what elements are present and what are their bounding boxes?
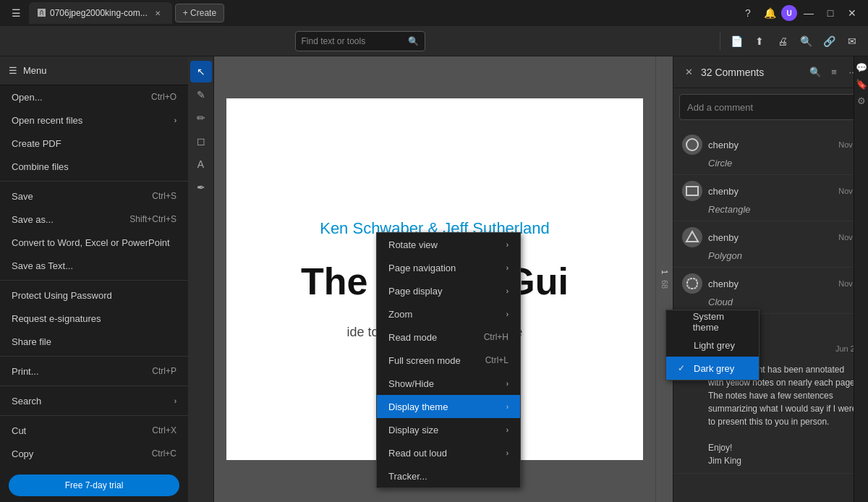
side-comments-icon[interactable]: 💬 (856, 62, 867, 73)
submenu-read-mode[interactable]: Read mode Ctrl+H (377, 326, 520, 349)
tab-title: 0706jpeg2000king-com... (50, 8, 148, 18)
menu-item-open-recent[interactable]: Open recent files › (0, 109, 188, 132)
menu-item-search[interactable]: Search › (0, 389, 188, 412)
menu-item-save[interactable]: Save Ctrl+S (0, 184, 188, 208)
comment-item-4: chenby Nov 3 Cloud (673, 268, 868, 314)
comments-filter-button[interactable]: ≡ (825, 63, 843, 82)
theme-submenu-panel: System theme Light grey ✓ Dark grey (665, 310, 760, 380)
page-number-68: 68 (660, 280, 669, 289)
menu-separator-3 (0, 356, 188, 357)
svg-marker-2 (686, 231, 698, 242)
menu-item-share[interactable]: Share file (0, 330, 188, 353)
link-icon[interactable]: 🔗 (819, 31, 839, 51)
menu-item-protect[interactable]: Protect Using Password (0, 284, 188, 307)
draw-tool-button[interactable]: ✏ (190, 107, 212, 129)
main-menu: ☰ Menu Open... Ctrl+O Open recent files … (0, 56, 188, 502)
comments-close-button[interactable]: ✕ (679, 63, 698, 82)
menu-item-create-pdf[interactable]: Create PDF (0, 132, 188, 155)
page-number-1: 1 (660, 270, 669, 274)
tab-bar-left: ☰ (6, 3, 26, 23)
menu-header: ☰ Menu (0, 56, 188, 85)
comment-user-row-3: chenby Nov 3 (682, 227, 859, 247)
menu-item-cut[interactable]: Cut Ctrl+X (0, 419, 188, 442)
submenu-read-out-loud[interactable]: Read out loud › (377, 441, 520, 464)
close-window-button[interactable]: ✕ (842, 3, 862, 23)
comment-user-row-4: chenby Nov 3 (682, 273, 859, 294)
menu-item-save-as[interactable]: Save as... Shift+Ctrl+S (0, 208, 188, 231)
menu-separator-2 (0, 280, 188, 281)
comment-avatar-3 (682, 227, 702, 247)
side-icon-strip: 💬 🔖 ⚙ (854, 56, 868, 502)
mail-icon[interactable]: ✉ (842, 31, 862, 51)
menu-title: Menu (23, 65, 47, 76)
svg-rect-1 (686, 187, 698, 195)
text-tool-button[interactable]: A (190, 153, 212, 175)
comment-item-3: chenby Nov 3 Polygon (673, 221, 868, 268)
comment-item-2: chenby Nov 3 Rectangle (673, 175, 868, 221)
view-submenu-panel: Rotate view › Page navigation › Page dis… (376, 232, 521, 488)
zoom-icon[interactable]: 🔍 (796, 31, 816, 51)
new-tab-button[interactable]: + Create (175, 4, 224, 22)
browser-menu-icon[interactable]: ☰ (6, 3, 26, 23)
comments-count-label: 32 Comments (698, 67, 806, 78)
acrobat-icon[interactable]: 📄 (726, 31, 746, 51)
submenu-full-screen[interactable]: Full screen mode Ctrl+L (377, 349, 520, 372)
submenu-show-hide[interactable]: Show/Hide › (377, 372, 520, 395)
submenu-page-navigation[interactable]: Page navigation › (377, 256, 520, 279)
comments-search-button[interactable]: 🔍 (806, 63, 825, 82)
comment-item-1: chenby Nov 3 Circle (673, 129, 868, 175)
menu-item-copy[interactable]: Copy Ctrl+C (0, 442, 188, 465)
theme-system[interactable]: System theme (666, 310, 759, 333)
shape-tool-button[interactable]: ◻ (190, 130, 212, 152)
menu-item-convert[interactable]: Convert to Word, Excel or PowerPoint (0, 231, 188, 254)
menu-separator-1 (0, 181, 188, 182)
annotate-tool-button[interactable]: ✎ (190, 84, 212, 106)
add-comment-input[interactable]: Add a comment (679, 94, 862, 120)
svg-point-0 (686, 139, 698, 150)
browser-chrome: ☰ 🅰 0706jpeg2000king-com... ✕ + Create ?… (0, 0, 868, 56)
comment-avatar-4 (682, 273, 702, 294)
cursor-tool-button[interactable]: ↖ (190, 61, 212, 82)
vertical-toolbar: ↖ ✎ ✏ ◻ A ✒ (188, 56, 214, 502)
menu-item-combine[interactable]: Combine files (0, 155, 188, 178)
submenu-page-display[interactable]: Page display › (377, 279, 520, 302)
submenu-tracker[interactable]: Tracker... (377, 464, 520, 488)
menu-item-paste[interactable]: Paste Ctrl+V (0, 465, 188, 469)
theme-light-grey[interactable]: Light grey (666, 333, 759, 357)
side-settings-icon[interactable]: ⚙ (857, 95, 866, 106)
signature-tool-button[interactable]: ✒ (190, 176, 212, 198)
side-bookmark-icon[interactable]: 🔖 (856, 79, 867, 90)
theme-dark-grey[interactable]: ✓ Dark grey (666, 357, 759, 380)
help-icon[interactable]: ? (738, 3, 758, 23)
main-app-area: ☰ Menu Open... Ctrl+O Open recent files … (0, 56, 868, 502)
comment-user-row-1: chenby Nov 3 (682, 135, 859, 155)
maximize-button[interactable]: □ (820, 3, 841, 23)
menu-item-save-text[interactable]: Save as Text... (0, 254, 188, 277)
browser-controls: ? 🔔 U — □ ✕ (738, 3, 862, 23)
menu-item-print[interactable]: Print... Ctrl+P (0, 360, 188, 383)
find-text-input[interactable]: Find text or tools 🔍 (295, 31, 425, 51)
active-tab[interactable]: 🅰 0706jpeg2000king-com... ✕ (29, 2, 172, 24)
submenu-zoom[interactable]: Zoom › (377, 302, 520, 326)
toolbar: Find text or tools 🔍 📄 ⬆ 🖨 🔍 🔗 ✉ (0, 26, 868, 56)
comment-avatar-1 (682, 135, 702, 155)
search-icon: 🔍 (408, 36, 419, 46)
comments-panel: ✕ 32 Comments 🔍 ≡ ··· Add a comment chen… (673, 56, 868, 502)
menu-items-list: Open... Ctrl+O Open recent files › Creat… (0, 85, 188, 469)
user-avatar[interactable]: U (781, 5, 797, 21)
menu-item-esignatures[interactable]: Request e-signatures (0, 307, 188, 330)
print-icon[interactable]: 🖨 (773, 31, 793, 51)
comment-user-row-2: chenby Nov 3 (682, 181, 859, 201)
tab-close-button[interactable]: ✕ (152, 7, 163, 19)
free-trial-button[interactable]: Free 7-day trial (9, 475, 179, 496)
comment-avatar-2 (682, 181, 702, 201)
submenu-display-size[interactable]: Display size › (377, 418, 520, 441)
submenu-display-theme[interactable]: Display theme › (377, 395, 520, 418)
submenu-rotate-view[interactable]: Rotate view › (377, 233, 520, 256)
share-icon[interactable]: ⬆ (749, 31, 770, 51)
minimize-button[interactable]: — (799, 3, 819, 23)
notifications-icon[interactable]: 🔔 (760, 3, 780, 23)
comments-header: ✕ 32 Comments 🔍 ≡ ··· (673, 56, 868, 88)
menu-icon: ☰ (9, 65, 17, 76)
menu-item-open[interactable]: Open... Ctrl+O (0, 85, 188, 109)
